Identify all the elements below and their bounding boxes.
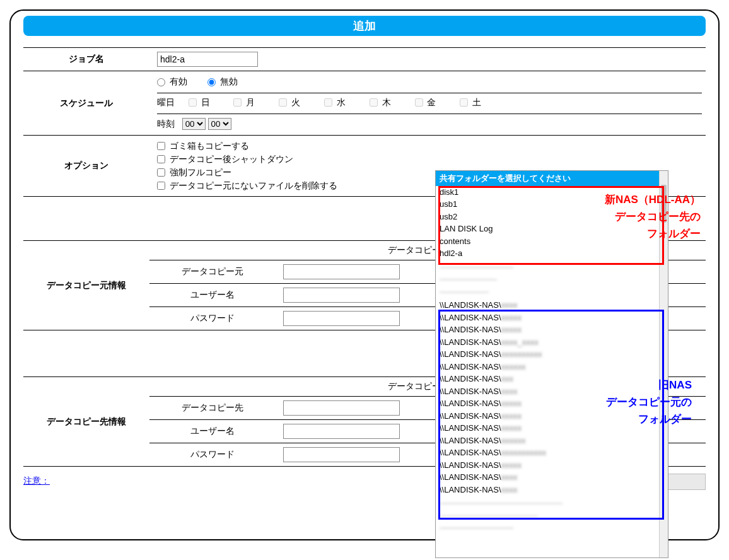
- folder-item[interactable]: \\LANDISK-NAS\xxxx: [440, 299, 664, 312]
- schedule-enabled-radio[interactable]: [157, 78, 165, 86]
- folder-item-blurred[interactable]: —————————: [440, 522, 664, 534]
- disabled-label: 無効: [220, 76, 238, 86]
- folder-item[interactable]: \\LANDISK-NAS\xxxxx: [440, 410, 664, 423]
- folder-select-popup[interactable]: 共有フォルダーを選択してください disk1usb1usb2LAN DISK L…: [435, 170, 668, 558]
- folder-item[interactable]: \\LANDISK-NAS\xxxxx: [440, 324, 664, 336]
- folder-item[interactable]: \\LANDISK-NAS\xxxxx: [440, 397, 664, 410]
- folder-item-blurred[interactable]: —————————: [440, 261, 664, 274]
- opt-trash-checkbox[interactable]: [157, 142, 165, 150]
- folder-list-blur-top: ——————————————————————: [436, 261, 668, 300]
- folder-item[interactable]: contents: [440, 235, 664, 248]
- folder-item[interactable]: \\LANDISK-NAS\xxxx: [440, 471, 664, 484]
- options-label: オプション: [23, 136, 149, 197]
- opt-shutdown-checkbox[interactable]: [157, 155, 165, 163]
- folder-item[interactable]: \\LANDISK-NAS\xxxxxxxxxxx: [440, 446, 664, 459]
- folder-item-blurred[interactable]: ————————————: [440, 510, 664, 522]
- time-label: 時刻: [157, 119, 175, 129]
- folder-item[interactable]: \\LANDISK-NAS\xxx: [440, 373, 664, 385]
- src-info-label: データコピー元情報: [23, 241, 149, 330]
- day-sat-checkbox[interactable]: [460, 98, 468, 107]
- panel-title: 追加: [23, 16, 706, 36]
- folder-item[interactable]: \\LANDISK-NAS\xxxxx: [440, 312, 664, 324]
- folder-item[interactable]: usb1: [440, 198, 664, 211]
- jobname-label: ジョブ名: [23, 48, 149, 71]
- day-sun-checkbox[interactable]: [189, 98, 197, 107]
- schedule-disabled-radio[interactable]: [207, 78, 216, 86]
- day-mon-checkbox[interactable]: [233, 98, 242, 107]
- folder-item[interactable]: hdl2-a: [440, 247, 664, 260]
- dst-input[interactable]: [283, 400, 400, 416]
- folder-item[interactable]: disk1: [440, 186, 664, 199]
- dst-user-label: ユーザー名: [149, 420, 276, 443]
- src-pass-input[interactable]: [283, 311, 400, 326]
- src-label: データコピー元: [149, 260, 276, 284]
- dst-info-label: データコピー先情報: [23, 377, 149, 467]
- folder-item[interactable]: LAN DISK Log: [440, 223, 664, 235]
- jobname-input[interactable]: [157, 52, 258, 67]
- folder-item[interactable]: usb2: [440, 211, 664, 223]
- src-user-input[interactable]: [283, 288, 400, 303]
- day-tue-checkbox[interactable]: [279, 98, 287, 107]
- opt-deletemissing-checkbox[interactable]: [157, 182, 165, 190]
- day-thu-checkbox[interactable]: [370, 98, 378, 107]
- enabled-label: 有効: [170, 76, 187, 86]
- dst-pass-label: パスワード: [149, 443, 276, 467]
- folder-list-blur-bottom: ————————————————————————————————————: [436, 497, 668, 535]
- folder-item[interactable]: \\LANDISK-NAS\xxxx: [440, 484, 664, 496]
- src-user-label: ユーザー名: [149, 284, 276, 307]
- opt-fullcopy-checkbox[interactable]: [157, 168, 165, 177]
- folder-item-blurred[interactable]: ——————: [440, 286, 664, 298]
- schedule-label: スケジュール: [23, 71, 149, 136]
- folder-item[interactable]: \\LANDISK-NAS\xxxxxxxxxx: [440, 348, 664, 361]
- dst-pass-input[interactable]: [283, 447, 400, 462]
- src-input[interactable]: [283, 264, 400, 279]
- folder-item[interactable]: \\LANDISK-NAS\xxxx: [440, 385, 664, 398]
- folder-list-local: disk1usb1usb2LAN DISK Logcontentshdl2-a: [436, 186, 668, 261]
- folder-item[interactable]: \\LANDISK-NAS\xxxxx: [440, 422, 664, 435]
- folder-item[interactable]: \\LANDISK-NAS\xxxxxx: [440, 361, 664, 373]
- folder-item-blurred[interactable]: ———————: [440, 273, 664, 286]
- folder-select-title: 共有フォルダーを選択してください: [436, 171, 668, 186]
- note-link[interactable]: 注意：: [23, 475, 50, 486]
- folder-item-blurred[interactable]: ———————————————: [440, 497, 664, 510]
- dst-user-input[interactable]: [283, 424, 400, 439]
- folder-item[interactable]: \\LANDISK-NAS\xxxx_xxxx: [440, 336, 664, 349]
- time-minute-select[interactable]: 00: [208, 118, 231, 130]
- src-pass-label: パスワード: [149, 307, 276, 330]
- settings-panel: 追加 ジョブ名 スケジュール 有効 無効 曜日 日 月 火: [9, 9, 720, 540]
- folder-list-remote: \\LANDISK-NAS\xxxx\\LANDISK-NAS\xxxxx\\L…: [436, 299, 668, 497]
- day-fri-checkbox[interactable]: [415, 98, 423, 107]
- dow-label: 曜日: [157, 97, 175, 107]
- time-hour-select[interactable]: 00: [182, 118, 206, 130]
- folder-item[interactable]: \\LANDISK-NAS\xxxxxx: [440, 435, 664, 447]
- dst-label: データコピー先: [149, 397, 276, 420]
- folder-item[interactable]: \\LANDISK-NAS\xxxxx: [440, 459, 664, 472]
- day-wed-checkbox[interactable]: [324, 98, 332, 107]
